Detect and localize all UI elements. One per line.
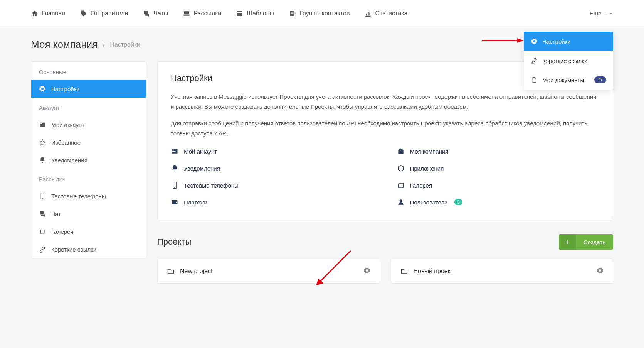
nav-templates-label: Шаблоны [247, 10, 274, 17]
project-card[interactable]: New project [157, 259, 380, 284]
sidebar-item-gallery[interactable]: Галерея [31, 223, 146, 240]
nav-templates[interactable]: Шаблоны [236, 10, 274, 17]
project-settings-button[interactable] [597, 267, 604, 275]
sidebar-item-phones[interactable]: Тестовые телефоны [31, 187, 146, 205]
projects-title: Проекты [157, 237, 191, 247]
sidebar-item-label: Тестовые телефоны [51, 193, 106, 199]
nav-contacts-label: Группы контактов [299, 10, 350, 17]
projects-header: Проекты Создать [157, 234, 613, 250]
sidebar-item-chat[interactable]: Чат [31, 205, 146, 223]
nav-contacts[interactable]: Группы контактов [289, 10, 350, 17]
top-nav: Главная Отправители Чаты Рассылки Шаблон… [0, 0, 644, 27]
sidebar-item-label: Галерея [51, 228, 74, 235]
nav-more-label: Еще... [590, 10, 606, 17]
project-name: New project [180, 268, 212, 275]
sidebar-section-account: Аккаунт [31, 98, 146, 116]
home-icon [31, 10, 39, 17]
sidebar-item-account[interactable]: Мой аккаунт [31, 116, 146, 133]
nav-stats-label: Статистика [375, 10, 407, 17]
sidebar-item-label: Чат [51, 211, 61, 217]
project-card[interactable]: Новый проект [391, 259, 614, 284]
building-icon [397, 147, 405, 155]
nav-home-label: Главная [42, 10, 65, 17]
sidebar-item-label: Короткие ссылки [51, 246, 96, 253]
user-icon [397, 198, 405, 206]
nav-chats[interactable]: Чаты [143, 10, 168, 17]
gear-icon [531, 38, 538, 45]
wallet-icon [171, 198, 178, 206]
link-apps[interactable]: Приложения [397, 162, 600, 174]
link-notifications[interactable]: Уведомления [171, 162, 374, 174]
dropdown-label: Настройки [542, 38, 571, 45]
tag-icon [80, 10, 87, 17]
card-icon [39, 121, 46, 128]
users-count-badge: 3 [454, 199, 462, 205]
main-content: Настройки Учетная запись в Messaggio исп… [157, 61, 613, 284]
sidebar-item-links[interactable]: Короткие ссылки [31, 240, 146, 258]
sidebar-section-main: Основные [31, 62, 146, 80]
link-label: Пользователи [410, 199, 448, 206]
template-icon [236, 10, 244, 17]
link-company[interactable]: Моя компания [397, 145, 600, 157]
project-name: Новый проект [414, 268, 454, 275]
nav-mailings[interactable]: Рассылки [183, 10, 221, 17]
sidebar-item-label: Мой аккаунт [51, 122, 84, 128]
link-phones[interactable]: Тестовые телефоны [171, 179, 374, 191]
link-label: Тестовые телефоны [184, 182, 239, 189]
sidebar-item-label: Настройки [51, 86, 80, 92]
dropdown-item-settings[interactable]: Настройки [524, 32, 613, 51]
images-icon [397, 181, 405, 189]
link-label: Галерея [410, 182, 432, 189]
project-settings-button[interactable] [363, 267, 370, 275]
sidebar-item-favorites[interactable]: Избранное [31, 133, 146, 151]
dropdown-item-short-links[interactable]: Короткие ссылки [524, 51, 613, 70]
link-label: Уведомления [184, 165, 220, 172]
link-label: Моя компания [410, 148, 449, 155]
chat-icon [39, 210, 46, 217]
gear-icon [363, 267, 370, 274]
document-icon [531, 76, 538, 83]
sidebar-item-settings[interactable]: Настройки [31, 80, 146, 98]
folder-icon [400, 267, 408, 275]
nav-senders-label: Отправители [91, 10, 128, 17]
link-my-account[interactable]: Мой аккаунт [171, 145, 374, 157]
dropdown-label: Мои документы [542, 77, 584, 83]
phone-icon [171, 181, 178, 189]
plus-icon [559, 234, 576, 250]
sidebar-item-label: Уведомления [51, 157, 87, 164]
more-dropdown: Настройки Короткие ссылки Мои документы7… [524, 32, 613, 90]
link-gallery[interactable]: Галерея [397, 179, 600, 191]
card-icon [171, 147, 178, 155]
phone-icon [39, 193, 46, 199]
nav-home[interactable]: Главная [31, 10, 65, 17]
link-payments[interactable]: Платежи [171, 196, 374, 208]
folder-icon [167, 267, 175, 275]
link-icon [39, 246, 46, 253]
nav-stats[interactable]: Статистика [364, 10, 407, 17]
link-icon [531, 57, 538, 64]
contacts-icon [289, 10, 296, 17]
nav-chats-label: Чаты [153, 10, 168, 17]
sidebar-section-mailings: Рассылки [31, 169, 146, 187]
nav-more[interactable]: Еще... [590, 10, 613, 17]
link-label: Приложения [410, 165, 444, 172]
bell-icon [171, 164, 178, 172]
settings-description-1: Учетная запись в Messaggio использует Пр… [171, 92, 600, 111]
breadcrumb-current: Настройки [110, 41, 140, 48]
dropdown-item-documents[interactable]: Мои документы77 [524, 70, 613, 90]
tray-icon [183, 10, 190, 17]
cube-icon [397, 164, 405, 172]
breadcrumb-company[interactable]: Моя компания [31, 39, 98, 51]
documents-count-badge: 77 [594, 76, 606, 83]
bell-icon [39, 157, 46, 164]
settings-description-2: Для отправки сообщений и получения ответ… [171, 118, 600, 138]
sidebar-item-notifications[interactable]: Уведомления [31, 151, 146, 169]
create-project-button[interactable]: Создать [559, 234, 613, 250]
nav-mailings-label: Рассылки [193, 10, 221, 17]
link-users[interactable]: Пользователи3 [397, 196, 600, 208]
sidebar: Основные Настройки Аккаунт Мой аккаунт И… [31, 61, 146, 258]
chat-icon [143, 10, 150, 17]
images-icon [39, 228, 46, 235]
stats-icon [364, 10, 372, 17]
nav-senders[interactable]: Отправители [80, 10, 128, 17]
